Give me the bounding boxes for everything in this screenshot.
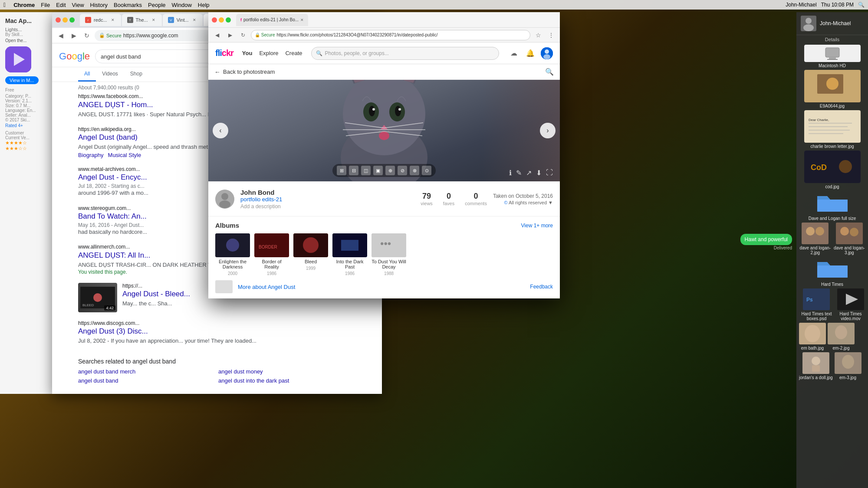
apple-menu[interactable]: : [3, 1, 6, 8]
search-tab-all[interactable]: All: [78, 67, 96, 82]
tab-close-1[interactable]: ✕: [110, 17, 116, 23]
menu-file[interactable]: File: [41, 2, 50, 8]
window-maximize-btn[interactable]: [69, 17, 75, 23]
search-tab-shop[interactable]: Shop: [124, 67, 148, 82]
tool-btn-1[interactable]: ⊞: [337, 166, 346, 175]
flickr-window-min[interactable]: [219, 17, 224, 23]
result-title-6[interactable]: Angel Dust - Bleed...: [122, 290, 190, 298]
window-close-btn[interactable]: [56, 17, 61, 23]
photo-next-arrow[interactable]: ›: [540, 123, 556, 138]
flickr-bookmark-btn[interactable]: ☆: [533, 30, 543, 40]
flickr-search-icon-right[interactable]: 🔍: [545, 68, 554, 76]
file-row-dave-logan: dave and logan-2.jpg dave and logan-3.jp…: [799, 223, 865, 255]
tab-close-2[interactable]: ✕: [151, 17, 157, 23]
photo-prev-arrow[interactable]: ‹: [213, 123, 228, 138]
view-in-mac-btn[interactable]: View in M...: [5, 76, 39, 84]
rights-dropdown[interactable]: ▼: [548, 200, 553, 205]
tab-close-3[interactable]: ✕: [191, 17, 197, 23]
album-item-3[interactable]: Bleed 1999: [293, 233, 328, 276]
nav-forward-btn[interactable]: ▶: [69, 30, 79, 41]
back-to-photostream-arrow[interactable]: ←: [214, 69, 220, 75]
album-item-5[interactable]: ••• To Dust You Will Decay 1988: [372, 233, 406, 276]
nav-back-btn[interactable]: ◀: [56, 30, 66, 41]
photo-fullscreen-icon[interactable]: ⛶: [546, 169, 553, 177]
result-link-musical[interactable]: Musical Style: [108, 152, 141, 158]
flickr-search-box[interactable]: 🔍 Photos, people, or groups...: [311, 47, 499, 60]
related-item-4[interactable]: angel dust into the dark past: [218, 377, 356, 384]
flickr-tab-1[interactable]: f portfolio edits-21 | John Bo... ✕: [236, 14, 308, 26]
flickr-extensions-btn[interactable]: ⋮: [546, 30, 556, 40]
flickr-user-avatar[interactable]: [541, 47, 553, 59]
tool-btn-4[interactable]: ▣: [373, 166, 383, 175]
file-item-dave-logan-folder[interactable]: Dave and Logan full size: [799, 191, 865, 221]
tool-btn-2[interactable]: ⊟: [349, 166, 358, 175]
tool-btn-7[interactable]: ⊗: [410, 166, 419, 175]
file-item-jordans-doll[interactable]: jordan's a doll.jpg: [799, 352, 833, 380]
menu-people[interactable]: People: [148, 2, 165, 8]
album-item-2[interactable]: BORDER Border of Reality 1986: [254, 233, 289, 276]
albums-view-more[interactable]: View 1+ more: [521, 223, 553, 229]
tool-btn-6[interactable]: ⊘: [398, 166, 407, 175]
nav-reload-btn[interactable]: ↻: [82, 30, 92, 41]
add-description-btn[interactable]: Add a description: [240, 203, 414, 210]
album-item-4[interactable]: Into the Dark Past 1986: [332, 233, 367, 276]
tool-btn-3[interactable]: ◫: [361, 166, 371, 175]
photo-share-icon[interactable]: ↗: [526, 169, 532, 177]
flickr-nav-reload[interactable]: ↻: [238, 30, 248, 40]
chrome-tab-3[interactable]: V Vint... ✕: [163, 14, 203, 26]
flickr-address-bar[interactable]: 🔒 Secure https://www.flickr.com/photos/1…: [251, 30, 530, 40]
file-item-em-2[interactable]: em-2.jpg: [828, 323, 855, 350]
menu-view[interactable]: View: [72, 2, 84, 8]
file-item-dave-3[interactable]: dave and logan-3.jpg: [833, 223, 866, 255]
album-item-1[interactable]: Enlighten the Darkness 2000: [215, 233, 250, 276]
menu-help[interactable]: Help: [198, 2, 210, 8]
file-item-charlie[interactable]: Dear Charlie, charlie brown letter.jpg: [799, 110, 865, 149]
file-thumb-ht-video: [837, 288, 864, 310]
result-link-bio[interactable]: Biography: [78, 152, 104, 158]
result-url-6: https://...: [122, 283, 190, 289]
flickr-nav-back[interactable]: ◀: [212, 30, 222, 40]
flickr-nav-you[interactable]: You: [242, 50, 253, 56]
file-item-dave-2[interactable]: dave and logan-2.jpg: [799, 223, 832, 255]
menu-history[interactable]: History: [90, 2, 108, 8]
file-item-em-bath[interactable]: em bath.jpg: [799, 323, 826, 350]
related-item-1[interactable]: angel dust band merch: [78, 368, 216, 375]
author-album-link[interactable]: portfolio edits-21: [240, 196, 414, 203]
photo-info-icon[interactable]: ℹ: [509, 169, 512, 177]
search-tab-videos[interactable]: Videos: [96, 67, 124, 82]
flickr-nav-forward[interactable]: ▶: [225, 30, 235, 40]
back-to-photostream-text[interactable]: Back to photostream: [223, 69, 275, 75]
tool-btn-5[interactable]: ⊕: [385, 166, 395, 175]
spotlight-icon[interactable]: 🔍: [858, 2, 865, 8]
feedback-link[interactable]: Feedback: [530, 284, 553, 290]
menu-chrome[interactable]: Chrome: [13, 2, 35, 8]
flickr-upload-icon[interactable]: ☁: [508, 47, 520, 59]
right-panel-details-link[interactable]: Details: [796, 37, 868, 42]
chrome-tab-1[interactable]: r redc... ✕: [80, 14, 121, 26]
file-item-ht-psd[interactable]: Ps Hard Times text boxes.psd: [799, 288, 834, 321]
chrome-tab-2[interactable]: T The... ✕: [122, 14, 162, 26]
flickr-window-close[interactable]: [212, 17, 217, 23]
tool-btn-8[interactable]: ⊙: [422, 166, 431, 175]
file-item-cod[interactable]: CoD cod.jpg: [799, 151, 865, 189]
related-item-3[interactable]: angel dust band: [78, 377, 216, 384]
flickr-tab-close-1[interactable]: ✕: [300, 18, 304, 22]
flickr-window-max[interactable]: [226, 17, 231, 23]
file-item-ht-video[interactable]: Hard Times video.mov: [836, 288, 865, 321]
file-item-mac-hd[interactable]: Macintosh HD: [799, 45, 865, 68]
window-minimize-btn[interactable]: [62, 17, 68, 23]
menu-edit[interactable]: Edit: [56, 2, 66, 8]
flickr-bell-icon[interactable]: 🔔: [524, 47, 536, 59]
file-item-photo-1[interactable]: E9A0644.jpg: [799, 70, 865, 108]
photo-download-icon[interactable]: ⬇: [536, 169, 542, 177]
related-item-2[interactable]: angel dust money: [218, 368, 356, 375]
menu-window[interactable]: Window: [172, 2, 192, 8]
file-item-em-3[interactable]: em-3.jpg: [835, 352, 861, 380]
more-about-link[interactable]: More about Angel Dust: [238, 284, 295, 290]
result-title-7[interactable]: Angel Dust (3) Disc...: [78, 327, 356, 336]
flickr-nav-create[interactable]: Create: [285, 50, 302, 56]
flickr-nav-explore[interactable]: Explore: [259, 50, 278, 56]
photo-edit-icon[interactable]: ✎: [516, 169, 522, 177]
menu-bookmarks[interactable]: Bookmarks: [114, 2, 142, 8]
file-item-hard-times-folder[interactable]: Hard Times: [799, 257, 865, 287]
